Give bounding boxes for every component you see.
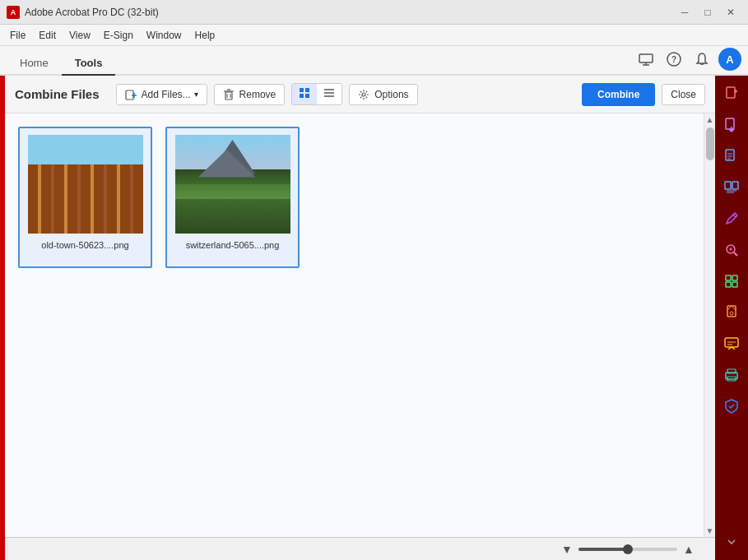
tab-tools[interactable]: Tools — [62, 52, 116, 76]
svg-point-20 — [362, 93, 365, 96]
chat-sidebar-button[interactable] — [717, 329, 746, 359]
remove-button[interactable]: Remove — [214, 84, 286, 105]
tab-home[interactable]: Home — [7, 52, 62, 76]
create-pdf-sidebar-button[interactable] — [717, 79, 746, 109]
file-area-wrapper: old-town-50623....png switzerland-5065..… — [5, 113, 715, 537]
file-area: old-town-50623....png switzerland-5065..… — [5, 113, 704, 537]
edit-pdf-sidebar-button[interactable] — [717, 141, 746, 171]
svg-rect-14 — [305, 88, 309, 92]
close-button[interactable]: Close — [662, 84, 705, 105]
svg-rect-31 — [732, 182, 738, 189]
screen-share-button[interactable] — [634, 48, 657, 71]
svg-line-34 — [733, 215, 736, 217]
svg-point-46 — [730, 312, 733, 315]
tab-bar: Home Tools ? A — [0, 46, 748, 76]
zoom-out-button[interactable]: ▼ — [559, 541, 575, 558]
organize-pages-sidebar-button[interactable] — [717, 173, 746, 202]
combine-toolbar: Combine Files Add Files... ▾ — [5, 76, 715, 113]
user-avatar[interactable]: A — [718, 48, 741, 71]
protect-sidebar-button[interactable] — [717, 298, 746, 327]
file-card-switzerland[interactable]: switzerland-5065....png — [165, 127, 300, 268]
menu-view[interactable]: View — [63, 27, 97, 44]
file-card-old-town[interactable]: old-town-50623....png — [18, 127, 152, 268]
app-title: Adobe Acrobat Pro DC (32-bit) — [25, 7, 674, 18]
grid-view-button[interactable] — [292, 84, 317, 104]
svg-rect-39 — [726, 275, 731, 280]
svg-line-36 — [734, 252, 737, 256]
combine-button[interactable]: Combine — [582, 83, 655, 106]
zoom-in-button[interactable]: ▲ — [681, 541, 697, 558]
scroll-down-arrow[interactable]: ▼ — [706, 526, 714, 535]
svg-rect-24 — [726, 118, 734, 129]
scroll-thumb[interactable] — [706, 127, 714, 160]
thumbnail-image-switzerland — [175, 135, 290, 234]
content-panel: Combine Files Add Files... ▾ — [5, 76, 715, 560]
svg-rect-16 — [305, 94, 309, 98]
svg-rect-0 — [639, 54, 653, 62]
notifications-button[interactable] — [690, 48, 713, 71]
svg-rect-8 — [225, 92, 232, 100]
svg-rect-21 — [727, 87, 735, 98]
menu-edit[interactable]: Edit — [32, 27, 63, 44]
tab-right-icons: ? A — [634, 48, 741, 74]
file-thumbnail-old-town — [28, 135, 143, 234]
scrollbar-track[interactable]: ▲ ▼ — [704, 113, 715, 537]
export-pdf-sidebar-button[interactable] — [717, 110, 746, 140]
svg-rect-30 — [725, 182, 731, 189]
svg-rect-41 — [726, 282, 731, 287]
file-thumbnail-switzerland — [175, 135, 290, 234]
page-title: Combine Files — [15, 87, 100, 101]
close-window-button[interactable]: ✕ — [720, 4, 741, 21]
zoom-bar: ▼ ▲ — [559, 541, 697, 558]
svg-rect-13 — [300, 88, 304, 92]
window-controls: ─ □ ✕ — [674, 4, 741, 21]
add-files-dropdown-arrow: ▾ — [194, 90, 198, 99]
file-name-switzerland: switzerland-5065....png — [186, 240, 280, 250]
more-tools-button[interactable] — [717, 527, 746, 557]
svg-rect-40 — [732, 275, 737, 280]
scan-ocr-sidebar-button[interactable] — [717, 235, 746, 265]
zoom-slider[interactable] — [578, 548, 677, 551]
options-button[interactable]: Options — [349, 84, 417, 105]
minimize-button[interactable]: ─ — [674, 4, 695, 21]
help-button[interactable]: ? — [662, 48, 685, 71]
print-production-sidebar-button[interactable] — [717, 360, 746, 390]
svg-text:?: ? — [671, 55, 676, 64]
maximize-button[interactable]: □ — [697, 4, 718, 21]
zoom-slider-handle[interactable] — [623, 544, 633, 554]
app-icon: A — [7, 6, 20, 19]
main-area: Combine Files Add Files... ▾ — [0, 76, 748, 560]
comment-sidebar-button[interactable] — [717, 204, 746, 234]
add-files-button[interactable]: Add Files... ▾ — [116, 84, 207, 105]
zoom-slider-fill — [578, 548, 628, 551]
bottom-bar: ▼ ▲ — [5, 537, 715, 560]
scroll-up-arrow[interactable]: ▲ — [706, 115, 714, 124]
security-sidebar-button[interactable] — [717, 391, 746, 421]
menu-help[interactable]: Help — [188, 27, 222, 44]
svg-rect-15 — [300, 94, 304, 98]
compress-pdf-sidebar-button[interactable] — [717, 266, 746, 296]
view-toggle — [291, 83, 342, 105]
svg-rect-42 — [732, 282, 737, 287]
title-bar: A Adobe Acrobat Pro DC (32-bit) ─ □ ✕ — [0, 0, 748, 25]
right-sidebar — [715, 76, 748, 560]
thumbnail-image-old-town — [28, 135, 143, 234]
menu-esign[interactable]: E-Sign — [97, 27, 140, 44]
menu-bar: File Edit View E-Sign Window Help — [0, 25, 748, 46]
list-view-button[interactable] — [317, 84, 341, 104]
menu-window[interactable]: Window — [140, 27, 188, 44]
menu-file[interactable]: File — [3, 27, 32, 44]
file-name-old-town: old-town-50623....png — [41, 240, 128, 250]
